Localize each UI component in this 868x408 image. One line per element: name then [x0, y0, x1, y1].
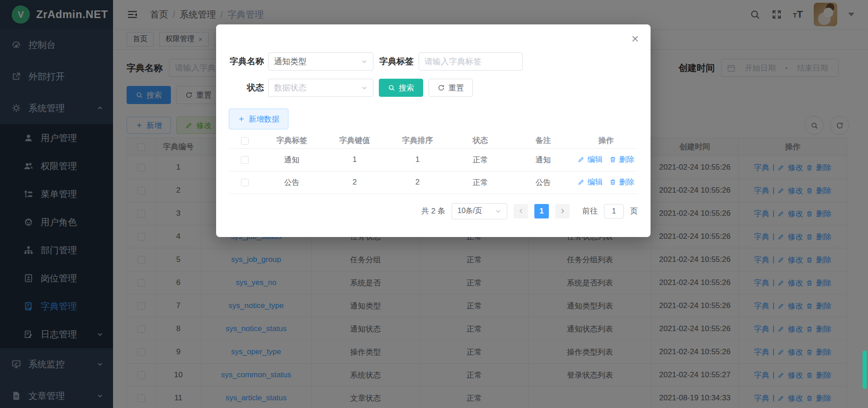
dialog-form-row-2: 状态 数据状态 搜索 重置: [229, 79, 638, 97]
dialog-column-header: 字典标签: [260, 133, 323, 148]
dialog-select-all-checkbox[interactable]: [241, 137, 249, 145]
dict-data-table: 字典标签字典键值字典排序状态备注操作通知11正常通知编辑删除公告22正常公告编辑…: [229, 133, 637, 194]
dialog-table-row: 公告22正常公告编辑删除: [229, 171, 637, 194]
dialog-remark-cell: 公告: [512, 171, 575, 194]
pencil-icon: [578, 156, 585, 163]
dialog-column-header: 状态: [449, 133, 512, 148]
dialog-column-header: 字典排序: [386, 133, 449, 148]
dialog-row-actions: 编辑删除: [578, 177, 635, 187]
dialog-reset-button[interactable]: 重置: [429, 79, 473, 97]
close-icon[interactable]: ×: [632, 33, 639, 45]
dialog-search-button[interactable]: 搜索: [379, 79, 423, 97]
dialog-edit-link[interactable]: 编辑: [578, 177, 603, 187]
trash-icon: [609, 179, 616, 185]
dialog-row-checkbox[interactable]: [241, 156, 249, 164]
dialog-row-checkbox[interactable]: [241, 179, 249, 186]
dialog-column-header: 字典键值: [323, 133, 386, 148]
dialog-value-cell: 2: [323, 171, 386, 194]
dialog-label-cell: 公告: [260, 171, 323, 194]
dialog-add-row: 新增数据: [229, 109, 638, 129]
plus-icon: [238, 115, 245, 123]
dialog-dict-name-select[interactable]: 通知类型: [268, 52, 373, 71]
pencil-icon: [578, 179, 585, 185]
dialog-header-select-all: [229, 133, 260, 148]
chevron-down-icon: [361, 85, 368, 91]
dialog-filter-form: 字典名称 通知类型 字典标签 状态 数据状态 搜索 重置: [229, 52, 638, 97]
dialog-sort-cell: 1: [386, 148, 449, 171]
chevron-down-icon: [495, 208, 501, 214]
dialog-form-row-1: 字典名称 通知类型 字典标签: [229, 52, 638, 71]
dialog-status-cell: 正常: [449, 148, 512, 171]
dialog-column-header: 备注: [512, 133, 575, 148]
page-number-1[interactable]: 1: [534, 204, 549, 218]
prev-page-button[interactable]: [514, 204, 528, 218]
next-page-button[interactable]: [555, 204, 570, 218]
goto-label: 前往: [582, 206, 598, 216]
goto-page-input[interactable]: [604, 204, 624, 218]
refresh-icon: [438, 84, 445, 91]
chevron-down-icon: [361, 58, 368, 65]
page-suffix-label: 页: [630, 206, 638, 216]
dialog-delete-link[interactable]: 删除: [609, 154, 635, 165]
page-scrollbar-thumb[interactable]: [863, 351, 867, 389]
dialog-row-actions-cell: 编辑删除: [575, 148, 637, 171]
dialog-row-select-cell: [229, 148, 260, 171]
dict-data-dialog: × 字典名称 通知类型 字典标签 状态 数据状态 搜索 重置: [216, 24, 651, 237]
dialog-value-cell: 1: [323, 148, 386, 171]
dialog-remark-cell: 通知: [512, 148, 575, 171]
dialog-table-row: 通知11正常通知编辑删除: [229, 148, 637, 171]
dialog-add-data-button[interactable]: 新增数据: [229, 109, 288, 129]
dialog-status-select[interactable]: 数据状态: [268, 79, 373, 97]
dialog-column-header: 操作: [575, 133, 637, 148]
dialog-row-actions-cell: 编辑删除: [575, 171, 637, 194]
dialog-dict-name-label: 字典名称: [229, 56, 264, 67]
dialog-row-actions: 编辑删除: [578, 154, 635, 165]
dialog-dict-label-label: 字典标签: [379, 56, 414, 67]
dialog-pagination: 共 2 条 10条/页 1 前往 页: [229, 203, 638, 219]
dialog-label-cell: 通知: [260, 148, 323, 171]
dialog-delete-link[interactable]: 删除: [609, 177, 635, 187]
search-icon: [388, 84, 395, 91]
dialog-status-label: 状态: [229, 82, 264, 94]
dialog-dict-label-input[interactable]: [419, 52, 523, 71]
dialog-status-cell: 正常: [449, 171, 512, 194]
dialog-row-select-cell: [229, 171, 260, 194]
pagination-total: 共 2 条: [421, 206, 445, 216]
page-size-select[interactable]: 10条/页: [452, 203, 507, 219]
trash-icon: [609, 156, 616, 163]
dialog-edit-link[interactable]: 编辑: [578, 154, 603, 165]
dialog-sort-cell: 2: [386, 171, 449, 194]
